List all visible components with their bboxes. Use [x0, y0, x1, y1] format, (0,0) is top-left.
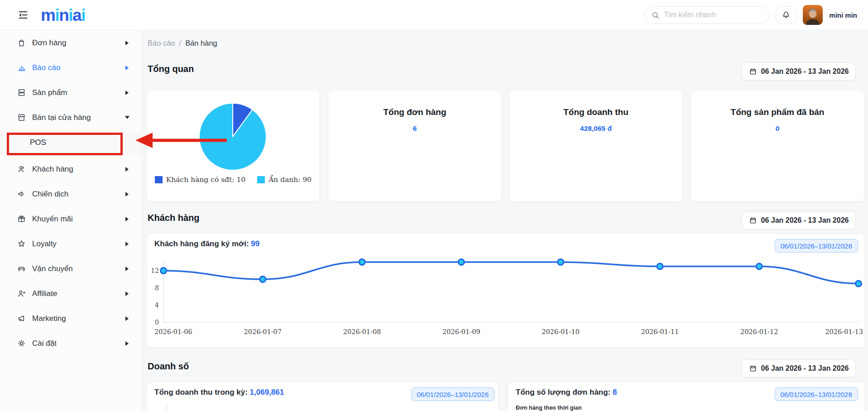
sidebar-item-label: Cài đặt — [32, 339, 120, 348]
sidebar-item-promotions[interactable]: Khuyến mãi — [0, 206, 141, 231]
chevron-right-icon — [125, 341, 129, 346]
metric-value: 1,069,861 — [250, 388, 284, 397]
chevron-right-icon — [125, 292, 129, 296]
stat-card-total-revenue: Tổng doanh thu 428,065 đ — [509, 90, 683, 202]
customers-date-range-label: 06 Jan 2026 - 13 Jan 2026 — [761, 216, 849, 225]
sidebar-item-settings[interactable]: Cài đặt — [0, 331, 141, 356]
revenue-period-badge: 06/01/2026–13/01/2026 — [411, 387, 495, 401]
legend-swatch — [155, 176, 163, 183]
sidebar-item-label: Đơn hàng — [32, 38, 120, 48]
report-icon — [17, 63, 26, 72]
legend-label: Khách hàng có sđt: 10 — [166, 176, 245, 184]
chevron-right-icon — [125, 167, 129, 172]
sidebar-item-reports[interactable]: Báo cáo — [0, 55, 141, 80]
campaign-icon — [17, 189, 26, 199]
customers-icon — [17, 164, 26, 174]
overview-section-title: Tổng quan — [148, 64, 194, 74]
pie-legend: Khách hàng có sđt: 10Ẩn danh: 90 — [147, 176, 320, 184]
chevron-right-icon — [125, 192, 129, 196]
sidebar-item-label: Marketing — [32, 314, 120, 323]
chevron-right-icon — [125, 66, 129, 70]
avatar[interactable] — [803, 5, 823, 25]
main-content: Báo cáo / Bán hàng Tổng quan 06 Jan 2026… — [142, 30, 868, 411]
annotation-highlight-box — [7, 133, 123, 155]
sidebar-item-shipping[interactable]: Vận chuyển — [0, 256, 141, 281]
customers-date-range-button[interactable]: 06 Jan 2026 - 13 Jan 2026 — [742, 211, 856, 229]
sidebar-item-orders[interactable]: Đơn hàng — [0, 30, 141, 55]
logo-letter: i — [68, 7, 72, 24]
metric-value: 8 — [613, 388, 617, 397]
calendar-icon — [749, 67, 757, 76]
logo-letter: a — [72, 7, 81, 24]
sidebar-item-affiliate[interactable]: Affiliate — [0, 281, 141, 306]
period-revenue-metric: Tổng doanh thu trong kỳ: 1,069,861 — [154, 388, 284, 397]
sidebar-item-campaigns[interactable]: Chiến dịch — [0, 182, 141, 206]
svg-text:2026-01-10: 2026-01-10 — [542, 328, 580, 335]
logo-letter: i — [55, 7, 59, 24]
svg-text:2026-01-12: 2026-01-12 — [740, 328, 778, 335]
chevron-right-icon — [125, 41, 129, 45]
app-logo: miniai — [41, 7, 85, 24]
order-count-metric: Tổng số lượng đơn hàng: 8 — [516, 388, 617, 397]
stat-card-total-orders: Tổng đơn hàng 6 — [328, 90, 502, 202]
orders-over-time-label: Đơn hàng theo thời gian — [516, 405, 582, 411]
chevron-right-icon — [125, 91, 129, 95]
bell-icon — [782, 10, 791, 19]
stat-value: 0 — [691, 124, 864, 133]
sidebar-nav: Đơn hàngBáo cáoSản phẩmBán tại cửa hàngP… — [0, 30, 142, 411]
affiliate-icon — [17, 289, 26, 298]
sidebar-item-label: Khách hàng — [32, 165, 120, 174]
period-revenue-card: Tổng doanh thu trong kỳ: 1,069,861 06/01… — [146, 382, 499, 411]
calendar-icon — [749, 364, 757, 373]
collapse-sidebar-icon[interactable] — [17, 9, 29, 21]
sidebar-item-loyalty[interactable]: Loyalty — [0, 231, 141, 256]
logo-letter: n — [59, 7, 68, 24]
sidebar-item-label: Báo cáo — [32, 63, 120, 72]
notifications-button[interactable] — [776, 6, 796, 24]
logo-letter: i — [81, 7, 85, 24]
sidebar-item-marketing[interactable]: Marketing — [0, 306, 141, 331]
chevron-down-icon — [125, 116, 129, 119]
breadcrumb-parent[interactable]: Báo cáo — [148, 39, 175, 48]
svg-text:8: 8 — [155, 284, 159, 292]
svg-text:2026-01-07: 2026-01-07 — [244, 328, 282, 335]
sidebar-item-label: Khuyến mãi — [32, 215, 120, 224]
sidebar-item-label: Vận chuyển — [32, 264, 120, 273]
logo-letter: m — [41, 7, 55, 24]
orders-period-badge: 06/01/2026–13/01/2026 — [775, 387, 858, 401]
new-customers-line-chart: 048122026-01-062026-01-072026-01-082026-… — [147, 234, 865, 348]
star-icon — [17, 239, 26, 249]
product-icon — [17, 88, 26, 97]
chevron-right-icon — [125, 217, 129, 221]
store-icon — [17, 113, 26, 122]
stat-card-total-products-sold: Tổng sản phẩm đã bán 0 — [691, 90, 864, 202]
annotation-arrow — [134, 131, 230, 150]
sales-date-range-button[interactable]: 06 Jan 2026 - 13 Jan 2026 — [742, 359, 856, 378]
header: miniai mini min — [0, 0, 868, 30]
sidebar-item-products[interactable]: Sản phẩm — [0, 80, 141, 105]
overview-date-range-button[interactable]: 06 Jan 2026 - 13 Jan 2026 — [742, 62, 856, 81]
stat-label: Tổng sản phẩm đã bán — [691, 107, 864, 117]
search-input[interactable] — [664, 11, 762, 19]
svg-text:2026-01-13: 2026-01-13 — [825, 328, 863, 335]
order-count-card: Tổng số lượng đơn hàng: 8 06/01/2026–13/… — [508, 382, 865, 411]
legend-swatch — [257, 176, 265, 183]
user-name: mini min — [829, 11, 857, 19]
svg-text:2026-01-09: 2026-01-09 — [442, 328, 480, 335]
search-icon — [651, 11, 660, 19]
stat-label: Tổng doanh thu — [509, 107, 682, 117]
svg-text:2026-01-06: 2026-01-06 — [154, 328, 192, 335]
metric-label: Tổng số lượng đơn hàng: — [516, 388, 610, 397]
chevron-right-icon — [125, 242, 129, 246]
sidebar-item-customers[interactable]: Khách hàng — [0, 157, 141, 182]
sidebar-item-label: Bán tại cửa hàng — [32, 113, 119, 122]
sidebar-item-store-sales[interactable]: Bán tại cửa hàng — [0, 105, 141, 130]
search-box[interactable] — [644, 6, 769, 24]
new-customers-metric: Khách hàng đăng ký mới: 99 — [154, 239, 259, 249]
breadcrumb-separator: / — [179, 39, 182, 48]
shipping-icon — [17, 264, 26, 273]
metric-label: Tổng doanh thu trong kỳ: — [154, 388, 248, 397]
gift-icon — [17, 214, 26, 224]
stat-value: 428,065 đ — [509, 124, 682, 133]
customers-period-badge: 06/01/2026–13/01/2026 — [775, 239, 858, 253]
